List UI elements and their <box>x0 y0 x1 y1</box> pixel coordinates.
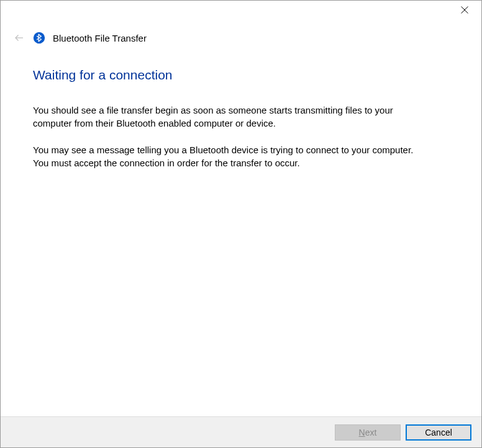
next-button: Next <box>335 424 401 441</box>
close-button[interactable] <box>450 1 479 19</box>
wizard-title: Bluetooth File Transfer <box>53 33 147 43</box>
titlebar <box>1 1 481 20</box>
page-heading: Waiting for a connection <box>33 68 449 83</box>
cancel-button[interactable]: Cancel <box>406 424 471 441</box>
wizard-header: Bluetooth File Transfer <box>1 20 481 44</box>
instruction-paragraph-2: You may see a message telling you a Blue… <box>33 143 430 169</box>
next-button-label: Next <box>359 428 377 437</box>
cancel-button-label: Cancel <box>425 428 452 437</box>
wizard-footer: Next Cancel <box>1 416 481 447</box>
bluetooth-icon <box>33 32 45 44</box>
instruction-paragraph-1: You should see a file transfer begin as … <box>33 104 430 130</box>
back-arrow-icon <box>13 32 25 44</box>
content-area: Waiting for a connection You should see … <box>1 44 481 169</box>
close-icon <box>461 6 468 14</box>
